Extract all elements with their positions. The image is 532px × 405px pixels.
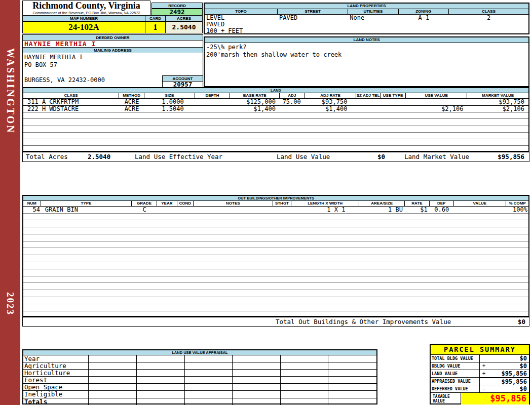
county-title-block: Richmond County, Virginia Commissioner o…	[22, 1, 150, 16]
cell	[185, 377, 233, 383]
cell-adj: 75.00	[280, 99, 305, 105]
appraisal-row: Agriculture	[23, 362, 376, 370]
cell-notes	[194, 207, 273, 213]
cell-base-rate: $125,000	[230, 99, 280, 105]
summary-row: TOTAL BLDG VALUE $0	[431, 355, 529, 362]
pct-comp-column-header: % COMP	[506, 201, 528, 206]
cell-value	[454, 207, 507, 213]
out-building-row: 54 GRAIN BIN C 1 X 1 1 BU $1 0.60 100%	[23, 207, 528, 214]
cell	[233, 391, 281, 397]
cell	[89, 355, 137, 362]
empty-row	[23, 139, 528, 146]
size-column-header: SIZE	[144, 93, 195, 98]
cell	[89, 391, 137, 397]
out-buildings-title: OUT BUILDINGS/OTHER IMPROVEMENTS	[23, 196, 528, 201]
cell-pct-comp: 100%	[506, 207, 528, 213]
empty-row	[23, 227, 528, 234]
out-buildings-total-value: $0	[499, 317, 525, 326]
rate-column-header: RATE	[405, 201, 430, 206]
cell-sthgt	[273, 207, 291, 213]
land-market-value: $95,856	[484, 152, 524, 161]
out-buildings-table: OUT BUILDINGS/OTHER IMPROVEMENTS NUM TYP…	[22, 195, 529, 317]
cell-sz-adj-tbl	[356, 106, 381, 112]
row-value: $95,856	[488, 370, 529, 377]
row-label: DEFERRED VALUE	[431, 385, 480, 392]
adj-column-header: ADJ	[280, 93, 305, 98]
row-value: $0	[488, 362, 529, 370]
utilities-value: None	[348, 15, 398, 21]
market-value-column-header: MARKET VALUE	[467, 93, 528, 98]
sidebar: WASHINGTON 2023	[0, 0, 20, 405]
notes-column-header: NOTES	[194, 201, 273, 206]
cell-num: 54	[23, 207, 41, 213]
out-buildings-column-headers: NUM TYPE GRADE YEAR COND NOTES STHGT LEN…	[23, 201, 528, 207]
empty-row	[23, 241, 528, 249]
sidebar-year-label: 2023	[5, 292, 16, 315]
map-number-value: 24-102A	[22, 21, 145, 33]
cell-base-rate: $1,400	[230, 106, 280, 112]
summary-row: LAND VALUE + $95,856	[431, 370, 529, 378]
area-size-column-header: AREA/SIZE	[359, 201, 405, 206]
topo-value-line3: 100 + FEET	[205, 28, 528, 34]
cell-use-value: $2,106	[406, 106, 468, 112]
cell	[233, 362, 281, 369]
land-table-column-headers: CLASS METHOD SIZE DEPTH BASE RATE ADJ AD…	[23, 93, 528, 99]
county-title: Richmond County, Virginia	[23, 1, 150, 11]
method-column-header: METHOD	[119, 93, 144, 98]
cell	[185, 362, 233, 369]
summary-row: OBLDG VALUE + $0	[431, 362, 529, 370]
row-label: Agriculture	[23, 362, 89, 369]
row-sign	[480, 377, 488, 385]
row-label: Horticulture	[23, 370, 89, 376]
cell	[328, 355, 376, 362]
out-buildings-total-label: Total Out Buildings & Other Improvements…	[276, 317, 451, 326]
sz-adj-tbl-column-header: SZ ADJ TBL	[356, 93, 381, 98]
row-sign: +	[480, 370, 488, 377]
cond-column-header: COND	[177, 201, 194, 206]
map-number-header: MAP NUMBER	[22, 15, 145, 21]
cell	[137, 391, 185, 397]
use-type-column-header: USE TYPE	[381, 93, 406, 98]
num-column-header: NUM	[23, 201, 41, 206]
cell-market-value: $2,106	[467, 106, 528, 112]
land-notes-title: LAND NOTES	[205, 37, 528, 43]
cell-class: 311 A CRKFRTPM	[23, 99, 119, 105]
topo-value-line2: PAVED	[205, 21, 528, 28]
row-label: LAND VALUE	[431, 370, 480, 377]
out-buildings-total-bar: Total Out Buildings & Other Improvements…	[22, 317, 529, 327]
row-value: $0	[488, 385, 529, 392]
taxable-value: $95,856	[461, 393, 529, 404]
cell	[137, 398, 185, 405]
cell	[89, 370, 137, 376]
address-line: HAYNIE MERTHIA I	[24, 54, 203, 61]
cell-adj-rate: $1,400	[305, 106, 357, 112]
summary-row: DEFERRED VALUE - $0	[431, 385, 529, 393]
cell	[89, 384, 137, 390]
grade-column-header: GRADE	[132, 201, 157, 206]
appraisal-row: Forest	[23, 377, 376, 384]
type-column-header: TYPE	[41, 201, 132, 206]
land-note-line: -25\% perk?	[206, 44, 528, 51]
parcel-summary-title: PARCEL SUMMARY	[431, 345, 529, 355]
land-table: LAND CLASS METHOD SIZE DEPTH BASE RATE A…	[22, 87, 529, 152]
acres-value: 2.5040	[165, 21, 203, 33]
empty-row	[23, 283, 528, 290]
row-label: Ineligible	[23, 391, 89, 397]
cell	[137, 377, 185, 383]
zoning-value: A-1	[399, 15, 449, 21]
empty-row	[23, 248, 528, 255]
class-value: 2	[449, 15, 528, 21]
row-label: APPRAISED VALUE	[431, 378, 480, 385]
acres-header: ACRES	[165, 15, 203, 21]
class-column-header: CLASS	[23, 93, 119, 98]
cell	[281, 370, 329, 376]
empty-row	[23, 119, 528, 126]
total-acres-value: 2.5040	[88, 152, 110, 161]
appraisal-title: LAND USE VALUE APPRAISAL	[23, 350, 376, 355]
card-value: 1	[145, 21, 166, 33]
row-sign	[480, 355, 488, 362]
empty-row	[23, 297, 528, 304]
year-column-header: YEAR	[157, 201, 177, 206]
cell	[185, 384, 233, 390]
appraisal-row: Year	[23, 355, 376, 362]
